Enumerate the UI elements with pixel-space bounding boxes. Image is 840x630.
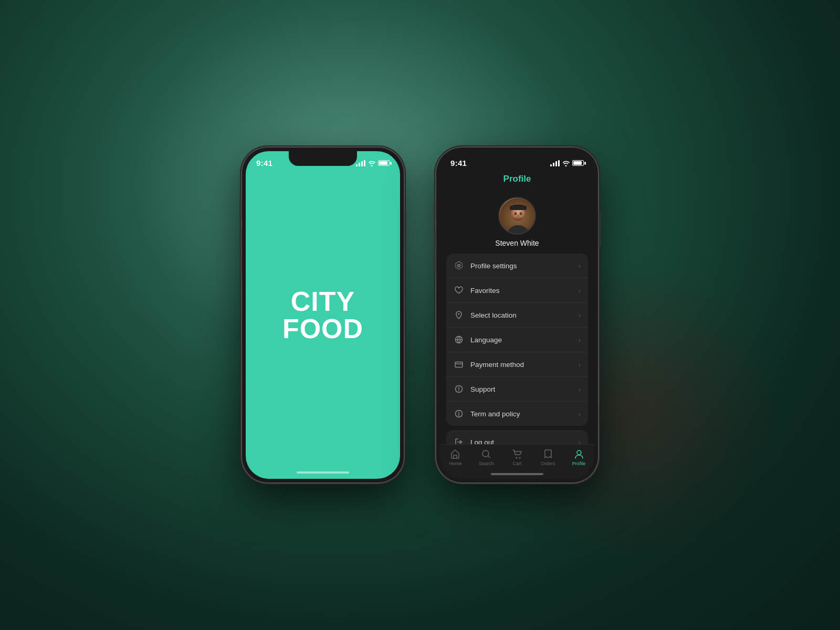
card-icon: [454, 359, 464, 370]
home-icon: [450, 449, 460, 459]
location-pin-icon: [454, 310, 464, 320]
profile-header: Profile: [440, 167, 594, 193]
profile-user-name: Steven White: [495, 239, 539, 247]
nav-search-label: Search: [479, 461, 494, 466]
heart-icon: [454, 285, 464, 296]
menu-item-select-location[interactable]: Select location ›: [446, 303, 588, 328]
profile-settings-label: Profile settings: [470, 262, 579, 270]
avatar-image: [499, 198, 536, 235]
notch-left: [289, 151, 357, 166]
select-location-label: Select location: [470, 311, 579, 319]
battery-icon: [378, 160, 390, 166]
svg-point-8: [517, 215, 519, 217]
notch-right: [483, 151, 551, 166]
app-title: CITY FOOD: [282, 288, 363, 342]
nav-item-cart[interactable]: Cart: [504, 449, 530, 466]
chevron-right-icon: ›: [579, 311, 581, 319]
menu-item-support[interactable]: Support ›: [446, 377, 588, 402]
favorites-label: Favorites: [470, 287, 579, 295]
nav-item-orders[interactable]: Orders: [535, 449, 561, 466]
support-label: Support: [470, 385, 579, 393]
svg-point-16: [516, 457, 517, 459]
profile-status-icons: [550, 160, 584, 166]
chevron-right-icon: ›: [579, 385, 581, 393]
svg-point-6: [514, 212, 517, 215]
search-icon: [481, 449, 491, 459]
chevron-right-icon: ›: [579, 336, 581, 344]
chevron-right-icon: ›: [579, 410, 581, 418]
phone-left: 9:41: [242, 147, 404, 483]
language-label: Language: [470, 336, 579, 344]
chevron-right-icon: ›: [579, 287, 581, 295]
signal-icon: [356, 160, 365, 166]
nav-profile-label: Profile: [572, 461, 586, 466]
svg-point-7: [520, 212, 522, 215]
phone-right: 9:41: [436, 147, 598, 483]
profile-page-title: Profile: [503, 174, 531, 184]
profile-battery-icon: [572, 160, 584, 166]
menu-item-language[interactable]: Language ›: [446, 328, 588, 352]
nav-cart-label: Cart: [512, 461, 521, 466]
chevron-right-icon: ›: [579, 438, 581, 445]
payment-method-label: Payment method: [470, 361, 579, 369]
svg-rect-12: [455, 362, 463, 367]
svg-point-10: [458, 313, 460, 315]
svg-point-9: [514, 217, 522, 221]
wifi-icon: [368, 160, 375, 166]
term-policy-label: Term and policy: [470, 410, 579, 418]
avatar[interactable]: [498, 197, 536, 235]
menu-item-profile-settings[interactable]: Profile settings ›: [446, 254, 588, 278]
menu-item-payment-method[interactable]: Payment method ›: [446, 352, 588, 377]
cart-icon: [512, 449, 522, 459]
globe-icon: [454, 334, 464, 345]
profile-wifi-icon: [562, 160, 570, 166]
logout-card: Log out ›: [446, 430, 588, 444]
profile-menu: Profile settings › Favorites ›: [440, 254, 594, 444]
logout-icon: [454, 437, 464, 444]
chat-icon: [454, 384, 464, 394]
phones-container: 9:41: [242, 147, 598, 483]
nav-item-profile[interactable]: Profile: [566, 449, 592, 466]
logout-button[interactable]: Log out ›: [446, 430, 588, 444]
main-menu-card: Profile settings › Favorites ›: [446, 254, 588, 426]
home-indicator-left: [297, 471, 349, 474]
splash-time: 9:41: [256, 159, 272, 167]
profile-nav-icon: [574, 449, 584, 459]
svg-point-18: [577, 450, 581, 455]
splash-screen: 9:41: [246, 151, 400, 479]
nav-item-search[interactable]: Search: [473, 449, 499, 466]
splash-screen-container: 9:41: [246, 151, 400, 479]
svg-rect-5: [510, 206, 527, 210]
profile-signal-icon: [550, 160, 560, 166]
chevron-right-icon: ›: [579, 361, 581, 369]
svg-point-17: [519, 457, 520, 459]
logout-label: Log out: [470, 438, 579, 445]
bottom-navigation: Home Search: [440, 444, 594, 469]
nav-item-home[interactable]: Home: [442, 449, 468, 466]
gear-icon: [454, 260, 464, 271]
profile-home-indicator: [440, 469, 594, 479]
nav-orders-label: Orders: [541, 461, 555, 466]
nav-home-label: Home: [449, 461, 461, 466]
profile-avatar-section: Steven White: [440, 193, 594, 254]
profile-screen: 9:41: [440, 151, 594, 479]
chevron-right-icon: ›: [579, 262, 581, 270]
menu-item-term-policy[interactable]: Term and policy ›: [446, 402, 588, 426]
profile-time: 9:41: [450, 159, 467, 167]
profile-screen-container: 9:41: [440, 151, 594, 479]
orders-icon: [543, 449, 553, 459]
splash-status-icons: [356, 160, 390, 166]
info-icon: [454, 408, 464, 419]
menu-item-favorites[interactable]: Favorites ›: [446, 278, 588, 303]
